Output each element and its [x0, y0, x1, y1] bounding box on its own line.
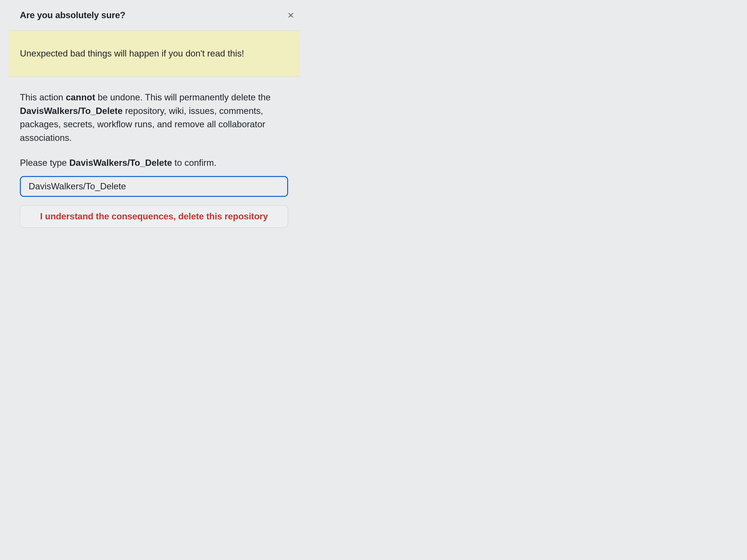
warning-text: Unexpected bad things will happen if you… — [20, 48, 288, 59]
close-button[interactable] — [285, 9, 297, 21]
warning-banner: Unexpected bad things will happen if you… — [9, 30, 299, 77]
dialog-title: Are you absolutely sure? — [20, 10, 125, 20]
confirm-delete-dialog: Are you absolutely sure? Unexpected bad … — [0, 0, 308, 231]
close-icon — [287, 11, 295, 19]
delete-repository-button[interactable]: I understand the consequences, delete th… — [20, 205, 288, 228]
confirm-repo-input[interactable] — [20, 176, 288, 197]
dialog-header: Are you absolutely sure? — [0, 0, 308, 30]
confirm-prompt: Please type DavisWalkers/To_Delete to co… — [20, 156, 288, 170]
description-text: This action cannot be undone. This will … — [20, 91, 288, 144]
dialog-body: This action cannot be undone. This will … — [0, 77, 308, 228]
